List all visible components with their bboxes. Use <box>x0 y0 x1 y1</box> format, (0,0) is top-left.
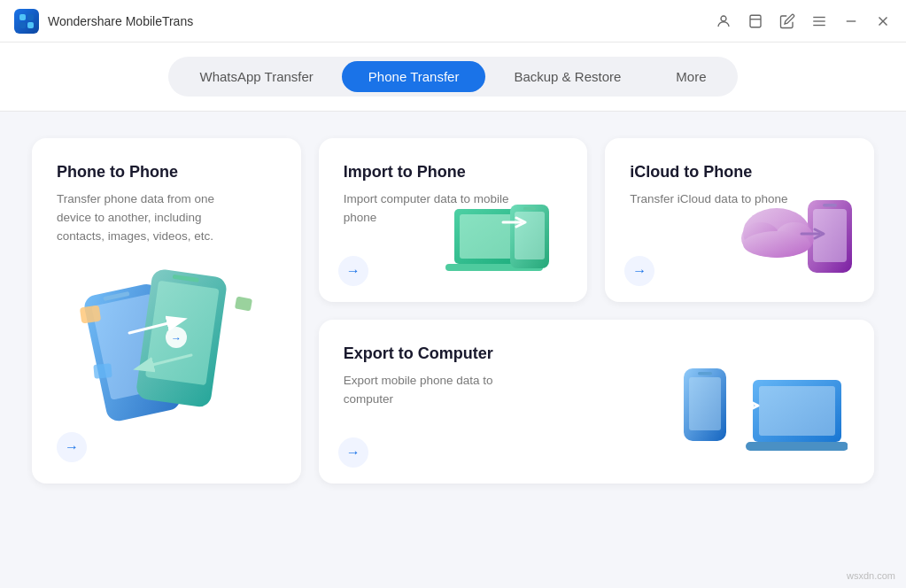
card-icloud-arrow[interactable]: → <box>624 256 654 286</box>
card-import-arrow[interactable]: → <box>338 256 368 286</box>
svg-rect-0 <box>19 14 26 20</box>
card-export-desc: Export mobile phone data to computer <box>344 372 521 409</box>
svg-text:→: → <box>171 332 182 344</box>
nav-tabs: WhatsApp Transfer Phone Transfer Backup … <box>168 57 737 97</box>
card-import-to-phone[interactable]: Import to Phone Import computer data to … <box>319 138 588 302</box>
card-icloud-to-phone[interactable]: iCloud to Phone Transfer iCloud data to … <box>605 138 874 302</box>
card-phone-to-phone-title: Phone to Phone <box>57 163 276 182</box>
titlebar-left: Wondershare MobileTrans <box>14 9 193 34</box>
svg-rect-21 <box>93 363 112 379</box>
tab-phone[interactable]: Phone Transfer <box>342 61 486 92</box>
svg-rect-1 <box>27 14 34 20</box>
svg-point-4 <box>721 16 726 21</box>
tab-more[interactable]: More <box>649 61 732 92</box>
titlebar-controls <box>715 12 892 30</box>
nav-container: WhatsApp Transfer Phone Transfer Backup … <box>0 43 906 112</box>
svg-rect-20 <box>235 297 252 312</box>
app-icon <box>14 9 39 34</box>
phone-to-phone-illustration: → <box>45 231 284 435</box>
svg-rect-41 <box>759 386 835 436</box>
titlebar: Wondershare MobileTrans <box>0 0 906 43</box>
tab-whatsapp[interactable]: WhatsApp Transfer <box>173 61 339 92</box>
menu-button[interactable] <box>810 12 828 30</box>
icloud-illustration <box>732 174 870 289</box>
tab-backup[interactable]: Backup & Restore <box>487 61 647 92</box>
export-illustration <box>675 351 848 470</box>
svg-rect-5 <box>750 15 761 27</box>
svg-point-36 <box>743 231 810 258</box>
card-export-to-computer[interactable]: Export to Computer Export mobile phone d… <box>319 320 874 484</box>
card-phone-to-phone[interactable]: Phone to Phone Transfer phone data from … <box>32 138 301 484</box>
minimize-button[interactable] <box>842 12 860 30</box>
main-content: Phone to Phone Transfer phone data from … <box>0 112 906 510</box>
svg-rect-32 <box>823 204 837 207</box>
svg-rect-39 <box>698 372 712 375</box>
svg-rect-3 <box>27 22 34 28</box>
svg-rect-38 <box>689 377 721 430</box>
watermark: wsxdn.com <box>847 570 895 581</box>
card-export-arrow[interactable]: → <box>338 437 368 468</box>
svg-rect-19 <box>80 306 101 324</box>
close-button[interactable] <box>874 12 892 30</box>
svg-rect-2 <box>19 22 26 28</box>
card-phone-to-phone-arrow[interactable]: → <box>57 432 87 462</box>
import-illustration <box>441 174 578 289</box>
bookmark-button[interactable] <box>747 12 764 30</box>
app-title: Wondershare MobileTrans <box>48 14 193 28</box>
svg-rect-29 <box>523 207 536 210</box>
svg-rect-42 <box>746 442 848 451</box>
account-button[interactable] <box>715 12 732 30</box>
edit-button[interactable] <box>778 12 796 30</box>
